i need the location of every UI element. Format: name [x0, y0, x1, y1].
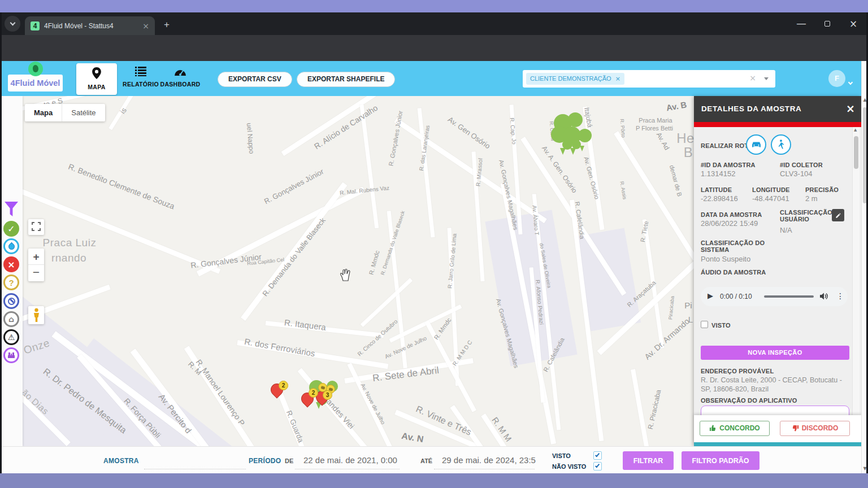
nova-inspecao-button[interactable]: NOVA INSPEÇÃO	[701, 346, 849, 360]
marker-count-badge[interactable]: 3	[323, 390, 332, 400]
zoom-out-button[interactable]: −	[28, 265, 44, 281]
date-from-underline	[295, 469, 400, 469]
class-usuario-label: CLASSIFICAÇÃO USUÁRIO	[780, 209, 828, 223]
thumbs-up-icon	[709, 424, 717, 432]
longitude-value: -48.447041	[752, 194, 789, 203]
filter-bar: AMOSTRA PERÍODO DE 22 de mai. de 2021, 0…	[0, 446, 861, 473]
latitude-value: -22.898416	[701, 194, 738, 203]
client-select[interactable]: CLIENTE DEMONSTRAÇÃO× ×	[523, 70, 775, 88]
id-amostra-label: #ID DA AMOSTRA	[701, 162, 756, 168]
map-side-toolbar: ✓ × ? ⌂ ⚠	[0, 96, 23, 446]
prohibited-icon[interactable]	[3, 293, 19, 309]
audio-player[interactable]: ▶ 0:00 / 0:10 ⋮	[701, 287, 848, 306]
street-label: B	[684, 145, 693, 160]
endereco-label: ENDEREÇO PROVÁVEL	[701, 368, 774, 374]
street-label: R. Piracicaba	[646, 389, 663, 430]
filtrar-button[interactable]: FILTRAR	[623, 451, 674, 470]
app-header: 4Fluid Móvel MAPA RELATÓRIO DASHBOARD EX…	[0, 61, 868, 96]
select-clear-icon[interactable]: ×	[749, 73, 756, 82]
route-by-car-button[interactable]	[746, 134, 766, 155]
avatar[interactable]: F	[828, 70, 845, 87]
id-amostra-value: 1.1314152	[701, 169, 735, 178]
street-label: Praca Luiz	[43, 237, 97, 249]
map-pin-icon	[92, 67, 101, 79]
class-sistema-value: Ponto Suspeito	[701, 255, 750, 263]
filter-funnel-icon[interactable]	[3, 201, 19, 217]
green-marker-cluster[interactable]	[547, 111, 601, 156]
water-droplet-icon[interactable]	[3, 238, 19, 254]
car-icon	[751, 141, 762, 149]
date-to-input[interactable]: 29 de mai. de 2024, 23:5	[442, 455, 536, 465]
new-tab-button[interactable]: +	[164, 19, 170, 30]
visto-filter-checkbox[interactable]	[593, 451, 602, 460]
maximize-button[interactable]	[814, 12, 840, 35]
discordo-button[interactable]: DISCORDO	[780, 421, 850, 436]
warning-icon[interactable]: ⚠	[3, 329, 19, 345]
date-from-input[interactable]: 22 de mai. de 2021, 0:00	[303, 455, 397, 465]
house-icon[interactable]: ⌂	[3, 311, 19, 327]
precisao-value: 2 m	[805, 194, 818, 203]
marker-count-badge[interactable]: 2	[279, 381, 288, 390]
question-icon[interactable]: ?	[3, 274, 19, 290]
visto-filter-label: VISTO	[552, 452, 571, 459]
street-label: demar de B	[669, 164, 683, 197]
road	[360, 104, 379, 228]
panel-header: DETALHES DA AMOSTRA	[694, 96, 861, 122]
street-label: Av. Nove de Julho	[359, 382, 386, 425]
filtro-padrao-button[interactable]: FILTRO PADRÃO	[682, 451, 760, 470]
tab-dashboard[interactable]: DASHBOARD	[160, 67, 201, 88]
nao-visto-filter-checkbox[interactable]	[593, 462, 602, 470]
street-label: R. Manoel Lourenço P	[194, 358, 246, 427]
map-type-mapa[interactable]: Mapa	[25, 104, 62, 121]
audio-menu-icon[interactable]: ⋮	[836, 291, 844, 300]
browser-toolbar: ← → ↻ fluid.stattus4.com ☆ Anônima ⋮	[0, 35, 868, 61]
window-controls: — ×	[788, 12, 866, 35]
play-icon[interactable]: ▶	[708, 291, 713, 300]
export-csv-button[interactable]: EXPORTAR CSV	[218, 72, 292, 87]
data-amostra-value: 28/06/2022 15:49	[701, 219, 758, 228]
browser-tab[interactable]: 4 4Fluid Móvel - Stattus4 ×	[25, 16, 155, 35]
route-on-foot-button[interactable]	[771, 134, 791, 155]
thumbs-down-icon	[792, 425, 799, 432]
tab-close-icon[interactable]: ×	[142, 21, 149, 30]
zoom-in-button[interactable]: +	[28, 249, 44, 265]
nao-visto-filter-label: NÃO VISTO	[552, 463, 586, 470]
panel-scrollbar[interactable]: ▲	[852, 127, 860, 415]
tab-search-chevron-icon[interactable]	[5, 16, 20, 32]
map-type-satelite[interactable]: Satélite	[62, 104, 105, 121]
volume-icon[interactable]	[819, 292, 828, 300]
street-label: R. Gonçalves Júnior	[263, 167, 325, 206]
amostra-label: AMOSTRA	[103, 457, 139, 465]
sample-details-panel: DETALHES DA AMOSTRA × REALIZAR ROTA #ID …	[694, 96, 861, 446]
tab-mapa[interactable]: MAPA	[76, 63, 117, 95]
amostra-input[interactable]	[144, 469, 246, 469]
marker-count-badge[interactable]: 2	[309, 388, 318, 398]
tab-title: 4Fluid Móvel - Stattus4	[44, 22, 139, 30]
tab-relatorio[interactable]: RELATÓRIO	[120, 67, 161, 88]
close-window-button[interactable]: ×	[840, 12, 866, 35]
select-chevron-icon[interactable]	[764, 77, 769, 80]
check-icon[interactable]: ✓	[3, 221, 19, 237]
visto-checkbox[interactable]	[701, 321, 708, 328]
cross-icon[interactable]: ×	[3, 256, 19, 272]
fullscreen-button[interactable]	[28, 219, 44, 235]
client-chip[interactable]: CLIENTE DEMONSTRAÇÃO×	[526, 73, 624, 85]
export-shapefile-button[interactable]: EXPORTAR SHAPEFILE	[297, 72, 395, 87]
edit-classification-button[interactable]	[832, 209, 844, 221]
street-label: Av. Dr. Armando	[643, 316, 691, 361]
pegman-control[interactable]	[28, 306, 44, 324]
app-logo[interactable]: 4Fluid Móvel	[8, 75, 63, 91]
chip-remove-icon[interactable]: ×	[615, 75, 620, 82]
class-sistema-label: CLASSIFICAÇÃO DO SISTEMA	[701, 239, 774, 253]
street-label: R. Itaquera	[284, 317, 327, 332]
class-usuario-value: N/A	[780, 226, 792, 234]
panel-close-icon[interactable]: ×	[846, 102, 855, 115]
facility-icon[interactable]	[3, 347, 19, 363]
concordo-button[interactable]: CONCORDO	[700, 421, 770, 436]
window-edge	[0, 12, 2, 473]
avatar-chevron-icon[interactable]	[849, 76, 852, 86]
street-label: R. Gonçalves Júnior	[387, 110, 403, 167]
street-label: R. Cap. Jo	[509, 117, 517, 145]
audio-progress-bar[interactable]	[764, 295, 814, 298]
minimize-button[interactable]: —	[788, 12, 814, 35]
